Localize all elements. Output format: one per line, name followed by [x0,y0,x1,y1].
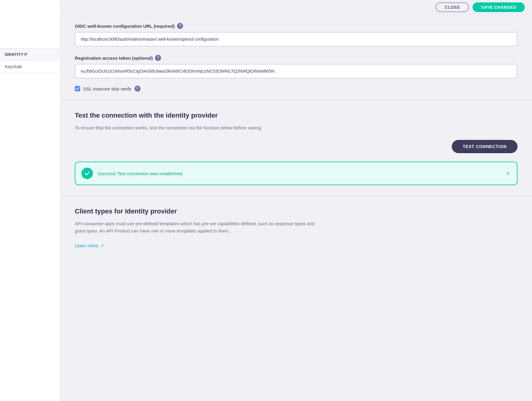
sidebar-item-keycloak[interactable]: Keycloak [0,61,60,73]
external-link-icon: ↗ [100,243,104,248]
test-section-description: To ensure that the connection works, tes… [75,124,316,131]
registration-token-input[interactable] [75,64,518,78]
content-area: OIDC well-known configuration URL (requi… [60,14,532,401]
learn-more-row: Learn more. ↗ [75,243,518,248]
test-connection-section: Test the connection with the identity pr… [60,101,532,197]
topbar: CLOSE SAVE CHANGES [60,0,532,14]
save-changes-button[interactable]: SAVE CHANGES [473,2,525,12]
token-field-label: Registration access token (optional) ? [75,55,518,61]
client-section-description: API-consumer apps must use pre-defined t… [75,220,316,235]
learn-more-link[interactable]: Learn more. ↗ [75,243,104,248]
main-panel: CLOSE SAVE CHANGES OIDC well-known confi… [60,0,532,401]
sidebar-section-header: IDENTITY P [0,48,60,61]
oidc-url-input[interactable] [75,32,518,46]
ssl-checkbox-row: SSL insecure skip verify ? [75,86,518,92]
ssl-checkbox[interactable] [75,86,80,91]
ssl-label: SSL insecure skip verify [83,86,131,91]
success-message: Success! Test connection was established… [98,171,500,176]
oidc-config-section: OIDC well-known configuration URL (requi… [60,14,532,101]
success-banner: Success! Test connection was established… [75,162,518,185]
success-check-icon [81,168,93,179]
test-connection-button[interactable]: TEST CONNECTION [452,140,518,153]
close-banner-button[interactable]: × [505,169,511,178]
url-help-icon[interactable]: ? [177,23,183,29]
url-field-label: OIDC well-known configuration URL (requi… [75,23,518,29]
client-types-section: Client types for Identity provider API-c… [60,197,532,259]
token-help-icon[interactable]: ? [155,55,161,61]
test-section-title: Test the connection with the identity pr… [75,112,518,119]
ssl-help-icon[interactable]: ? [135,86,141,92]
sidebar: IDENTITY P Keycloak [0,0,60,401]
client-section-title: Client types for Identity provider [75,207,518,215]
close-button[interactable]: CLOSE [435,2,469,12]
